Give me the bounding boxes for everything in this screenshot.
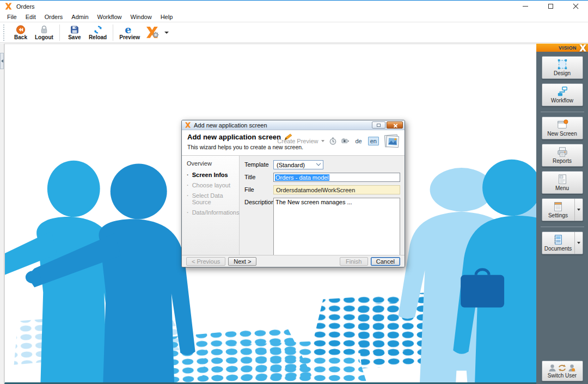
caret-down-icon	[577, 209, 580, 211]
menu-bar: File Edit Orders Admin Workflow Window H…	[0, 12, 588, 22]
dialog-header: Add new application screen Create Previe…	[182, 130, 405, 156]
back-icon	[16, 25, 26, 34]
dialog-body: Overview Screen Infos Choose layout Sele…	[182, 156, 405, 255]
dialog-restore-button[interactable]	[372, 121, 385, 129]
sidebar-button-reports[interactable]: Reports	[542, 144, 583, 167]
wizard-nav-header: Overview	[187, 160, 239, 167]
logout-lock-icon	[39, 25, 49, 34]
panel-expand-handle[interactable]	[0, 53, 4, 69]
minimize-icon	[523, 6, 528, 7]
sidebar-button-design[interactable]: Design	[542, 56, 583, 79]
sidebar-separator	[541, 227, 584, 227]
menu-workflow[interactable]: Workflow	[93, 13, 126, 21]
menu-admin[interactable]: Admin	[67, 13, 93, 21]
documents-icon	[552, 234, 564, 245]
description-textarea[interactable]: The New screen manages ...	[273, 198, 400, 259]
documents-dropdown-arrow[interactable]	[574, 232, 583, 254]
preview-button[interactable]: e Preview	[117, 23, 143, 42]
wizard-footer: < Previous Next > Finish Cancel	[182, 255, 405, 267]
sidebar-button-settings[interactable]: Settings	[542, 198, 583, 221]
menu-window[interactable]: Window	[126, 13, 156, 21]
wizard-step-screen-infos[interactable]: Screen Infos	[187, 172, 239, 178]
visionx-brand-x-icon	[578, 44, 587, 52]
toolbar-overflow-caret[interactable]	[164, 32, 169, 34]
file-input[interactable]: OrdersdatamodelWorkScreen	[273, 185, 400, 194]
dialog-titlebar[interactable]: Add new application screen	[182, 120, 405, 130]
stopwatch-icon[interactable]	[329, 137, 337, 145]
minimize-button[interactable]	[513, 1, 538, 12]
menu-icon	[556, 174, 568, 185]
sidebar-button-menu[interactable]: Menu	[542, 171, 583, 194]
close-button[interactable]	[563, 1, 588, 12]
window-title: Orders	[16, 3, 35, 10]
template-label: Template	[244, 160, 273, 168]
toolbar: Back Logout Save	[0, 22, 588, 43]
screen-preview-thumbnail-icon[interactable]	[383, 133, 400, 148]
menu-edit[interactable]: Edit	[21, 13, 40, 21]
toolbar-grip[interactable]	[3, 25, 5, 41]
camera-dropdown-icon[interactable]	[341, 137, 350, 145]
language-de[interactable]: de	[354, 137, 364, 145]
description-label: Description	[244, 198, 273, 205]
new-screen-icon	[556, 119, 568, 130]
sidebar-button-switch-user[interactable]: Switch User	[542, 361, 583, 381]
template-select[interactable]: (Standard)	[273, 160, 323, 169]
dialog-heading: Add new application screen	[187, 133, 281, 141]
wizard-step-choose-layout[interactable]: Choose layout	[187, 182, 239, 188]
collapsed-left-panel[interactable]	[0, 44, 4, 384]
dialog-close-button[interactable]	[387, 121, 403, 129]
create-preview-dropdown[interactable]: Create Preview	[277, 138, 324, 144]
maximize-button[interactable]	[538, 1, 563, 12]
logout-button[interactable]: Logout	[32, 23, 56, 42]
maximize-icon	[548, 4, 553, 9]
restore-icon	[377, 124, 381, 127]
reload-button[interactable]: Reload	[86, 23, 109, 42]
visionx-gear-icon	[146, 26, 160, 39]
dialog-header-tools: Create Preview de en	[277, 133, 400, 148]
sidebar-button-new-screen[interactable]: New Screen	[542, 117, 583, 139]
settings-dropdown-arrow[interactable]	[574, 199, 583, 221]
user-icon	[548, 364, 557, 372]
selected-text: Orders - data model	[275, 174, 329, 181]
edge-preview-icon: e	[125, 25, 134, 34]
window-titlebar: Orders	[0, 1, 588, 12]
finish-button[interactable]: Finish	[340, 257, 368, 266]
previous-button[interactable]: < Previous	[186, 257, 225, 266]
dialog-x-icon	[185, 122, 191, 128]
documents-main[interactable]: Documents	[542, 232, 574, 254]
sidebar-button-documents[interactable]: Documents	[542, 231, 583, 254]
toolbar-separator	[59, 25, 60, 41]
title-input[interactable]: Orders - data model	[273, 173, 400, 182]
expand-arrow-icon	[1, 59, 3, 63]
workflow-icon	[556, 86, 568, 97]
design-icon	[556, 59, 568, 70]
cancel-button[interactable]: Cancel	[371, 257, 400, 266]
menu-file[interactable]: File	[3, 13, 21, 21]
switch-user-icons	[548, 364, 577, 372]
toolbar-separator	[113, 25, 113, 41]
sidebar-separator	[541, 112, 584, 112]
add-screen-dialog: Add new application screen Add new appli…	[181, 120, 405, 267]
back-button[interactable]: Back	[9, 23, 32, 42]
select-chevron-icon	[316, 161, 321, 165]
window-controls	[513, 1, 588, 12]
language-en-selected[interactable]: en	[368, 137, 379, 145]
reports-icon	[556, 147, 568, 157]
settings-main[interactable]: Settings	[542, 199, 574, 221]
save-icon	[70, 25, 79, 34]
app-window: Orders File Edit Orders Admin Workflow W…	[0, 0, 588, 384]
caret-down-icon	[321, 140, 324, 142]
wizard-step-data-informations[interactable]: Data/Informations	[187, 209, 239, 216]
sidebar-button-workflow[interactable]: Workflow	[542, 83, 583, 106]
title-label: Title	[244, 173, 273, 180]
visionx-tool-button[interactable]	[143, 23, 172, 42]
screen-info-form: Template (Standard) Title Orders - data …	[240, 156, 405, 255]
menu-help[interactable]: Help	[156, 13, 177, 21]
save-button[interactable]: Save	[63, 23, 86, 42]
brand-label: VISION	[559, 45, 577, 51]
menu-orders[interactable]: Orders	[40, 13, 68, 21]
wizard-step-select-data-source[interactable]: Select Data Source	[187, 192, 239, 205]
next-button[interactable]: Next >	[228, 257, 256, 266]
visionx-brand-header: VISION	[536, 44, 588, 52]
app-logo-x-icon	[4, 3, 13, 10]
